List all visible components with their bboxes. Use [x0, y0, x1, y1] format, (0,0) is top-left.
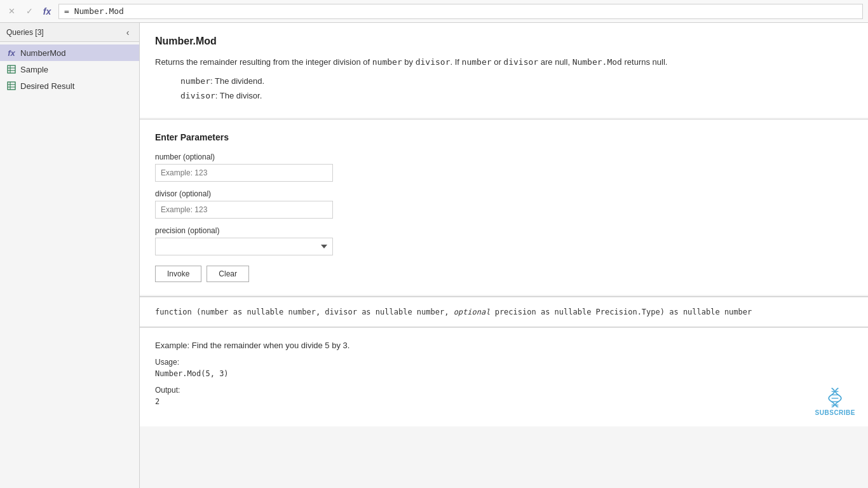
fx-query-icon: fx [6, 48, 17, 58]
enter-parameters-section: Enter Parameters number (optional) divis… [140, 119, 868, 295]
sidebar-title: Queries [3] [6, 28, 44, 37]
divisor-field-label: divisor (optional) [155, 189, 853, 198]
formula-bar: = Number.Mod [58, 4, 863, 19]
sidebar-header: Queries [3] ‹ [0, 23, 139, 42]
svg-rect-0 [8, 65, 15, 73]
signature-section: function (number as nullable number, div… [140, 297, 868, 327]
button-row: Invoke Clear [155, 266, 853, 282]
sidebar-item-sample[interactable]: Sample [0, 61, 139, 78]
precision-select[interactable] [155, 238, 333, 255]
output-label: Output: [155, 386, 853, 395]
svg-rect-4 [8, 82, 15, 90]
function-description: Returns the remainder resulting from the… [155, 56, 853, 69]
function-title: Number.Mod [155, 36, 853, 47]
number-field-group: number (optional) [155, 152, 853, 182]
table-query-icon-sample [6, 64, 17, 74]
example-title: Example: Find the remainder when you div… [155, 341, 853, 350]
inline-divisor2: divisor [503, 57, 538, 67]
confirm-icon[interactable]: ✓ [23, 5, 36, 18]
precision-field-label: precision (optional) [155, 226, 853, 235]
divisor-input[interactable] [155, 201, 333, 219]
usage-label: Usage: [155, 358, 853, 367]
enter-params-title: Enter Parameters [155, 132, 853, 142]
subscribe-text: SUBSCRIBE [815, 409, 855, 416]
fx-icon: fx [41, 5, 53, 18]
signature-text: function (number as nullable number, div… [155, 308, 752, 316]
output-value: 2 [155, 397, 853, 406]
sidebar: Queries [3] ‹ fx NumberMod [0, 23, 140, 488]
sidebar-item-label-sample: Sample [20, 65, 48, 74]
clear-button[interactable]: Clear [207, 266, 249, 282]
cancel-icon[interactable]: ✕ [5, 5, 18, 18]
sidebar-item-desiredresult[interactable]: Desired Result [0, 78, 139, 94]
example-section: Example: Find the remainder when you div… [140, 327, 868, 426]
dna-icon [825, 387, 845, 407]
number-input[interactable] [155, 164, 333, 182]
invoke-button[interactable]: Invoke [155, 266, 201, 282]
sidebar-item-label-desiredresult: Desired Result [20, 81, 74, 91]
divisor-field-group: divisor (optional) [155, 189, 853, 219]
number-field-label: number (optional) [155, 152, 853, 161]
sidebar-item-label-numbermod: NumberMod [20, 48, 66, 58]
sidebar-collapse-button[interactable]: ‹ [123, 27, 133, 37]
inline-number: number [372, 57, 402, 67]
param-item-number: number: The dividend. [180, 75, 853, 88]
inline-divisor: divisor [416, 57, 451, 67]
param-list: number: The dividend. divisor: The divis… [180, 75, 853, 102]
function-description-section: Number.Mod Returns the remainder resulti… [140, 23, 868, 118]
main-layout: Queries [3] ‹ fx NumberMod [0, 23, 868, 488]
precision-field-group: precision (optional) [155, 226, 853, 255]
formula-text: = Number.Mod [59, 6, 129, 16]
subscribe-logo[interactable]: SUBSCRIBE [815, 387, 855, 416]
param-item-divisor: divisor: The divisor. [180, 90, 853, 102]
inline-number2: number [462, 57, 492, 67]
content-area: Number.Mod Returns the remainder resulti… [140, 23, 868, 488]
top-bar: ✕ ✓ fx = Number.Mod [0, 0, 868, 23]
table-query-icon-desired [6, 81, 17, 91]
sidebar-item-numbermod[interactable]: fx NumberMod [0, 44, 139, 61]
inline-numbermod: Number.Mod [573, 57, 622, 67]
sidebar-items: fx NumberMod Sample [0, 42, 139, 97]
usage-code: Number.Mod(5, 3) [155, 369, 853, 378]
